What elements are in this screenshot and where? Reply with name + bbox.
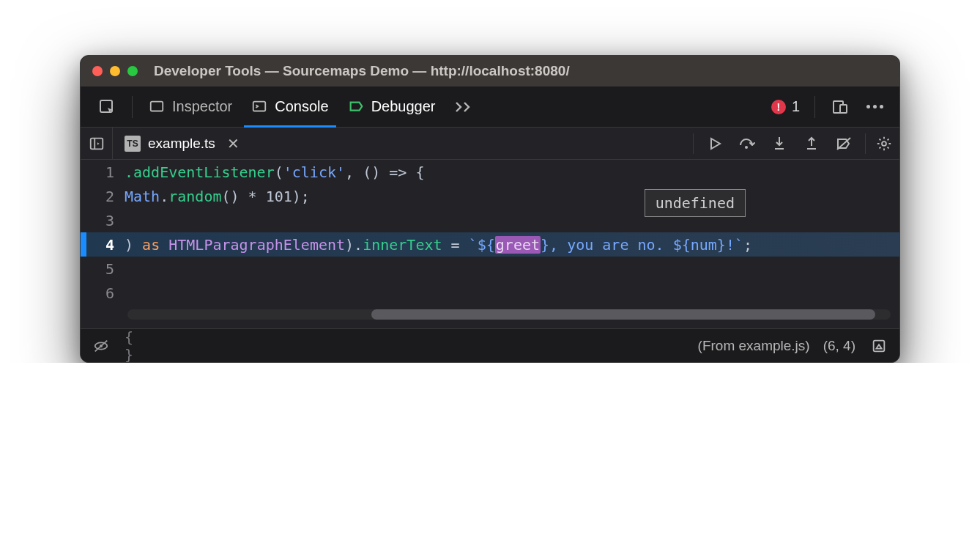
source-from-label: (From example.js) (698, 338, 810, 354)
pick-element-button[interactable] (91, 86, 123, 127)
devtools-window: Developer Tools — Sourcemaps Demo — http… (80, 55, 900, 363)
toggle-sources-pane[interactable] (81, 128, 113, 159)
tab-label: Debugger (371, 98, 436, 115)
responsive-mode-button[interactable] (824, 86, 856, 127)
code-line[interactable]: 1 .addEventListener('click', () => { (81, 160, 899, 184)
step-over-button[interactable] (732, 128, 762, 159)
main-toolbar: Inspector Console Debugger ! 1 (81, 86, 899, 128)
svg-rect-4 (840, 105, 847, 113)
debugger-controls (697, 128, 862, 159)
svg-rect-5 (90, 138, 103, 149)
tab-console[interactable]: Console (244, 86, 335, 127)
file-name: example.ts (148, 136, 215, 152)
titlebar: Developer Tools — Sourcemaps Demo — http… (81, 56, 899, 86)
close-tab-button[interactable]: ✕ (223, 135, 244, 152)
pretty-print-icon[interactable]: { } (125, 336, 145, 356)
overflow-tabs-button[interactable] (448, 86, 481, 127)
code-editor[interactable]: undefined 1 .addEventListener('click', (… (81, 160, 899, 328)
code-line[interactable]: 2 Math.random() * 101); (81, 184, 899, 208)
error-count: 1 (792, 98, 800, 115)
tab-debugger[interactable]: Debugger (341, 86, 443, 127)
svg-point-6 (745, 146, 748, 149)
ts-icon: TS (125, 136, 141, 152)
menu-button[interactable] (861, 105, 889, 108)
code-line[interactable]: 3 (81, 208, 899, 232)
editor-footer: { } (From example.js) (6, 4) (81, 328, 899, 362)
minimize-window-button[interactable] (110, 66, 120, 76)
scrollbar-thumb[interactable] (371, 309, 875, 320)
sourcemap-icon[interactable] (869, 336, 889, 356)
divider (132, 96, 133, 118)
window-title: Developer Tools — Sourcemaps Demo — http… (154, 63, 570, 79)
svg-rect-2 (253, 101, 266, 111)
svg-rect-10 (874, 340, 885, 351)
divider (814, 96, 815, 118)
tab-label: Inspector (172, 98, 232, 115)
code-line[interactable]: 5 (81, 257, 899, 281)
svg-rect-1 (151, 101, 163, 111)
errors-indicator[interactable]: ! 1 (765, 98, 806, 115)
debugger-subbar: TS example.ts ✕ (81, 128, 899, 160)
svg-point-7 (882, 141, 886, 146)
traffic-lights (92, 66, 138, 76)
file-tab[interactable]: TS example.ts ✕ (113, 128, 256, 159)
debugger-settings-button[interactable] (869, 128, 899, 159)
tab-label: Console (275, 98, 328, 115)
tab-inspector[interactable]: Inspector (141, 86, 240, 127)
cursor-position: (6, 4) (823, 338, 855, 354)
horizontal-scrollbar[interactable] (127, 309, 891, 320)
close-window-button[interactable] (92, 66, 103, 76)
step-out-button[interactable] (796, 128, 827, 159)
deactivate-breakpoints-button[interactable] (828, 128, 859, 159)
resume-button[interactable] (699, 128, 730, 159)
step-in-button[interactable] (764, 128, 795, 159)
code-line[interactable]: 6 (81, 281, 899, 305)
blackbox-icon[interactable] (91, 336, 111, 356)
maximize-window-button[interactable] (127, 66, 138, 76)
error-icon: ! (771, 100, 786, 114)
code-line-current[interactable]: 4 ) as HTMLParagraphElement).innerText =… (81, 232, 899, 257)
